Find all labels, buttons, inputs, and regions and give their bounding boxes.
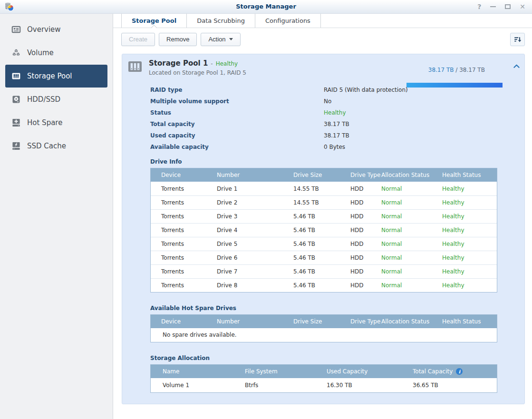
- maximize-icon[interactable]: [505, 3, 511, 10]
- table-cell: HDD: [350, 199, 381, 206]
- sidebar: Overview Volume: [0, 14, 113, 419]
- column-header: Drive Size: [293, 318, 350, 325]
- table-cell: Torrents: [151, 282, 217, 289]
- table-cell: Drive 3: [217, 213, 293, 220]
- column-header: Health Status: [442, 172, 497, 178]
- sidebar-item-hot-spare[interactable]: Hot Spare: [5, 111, 107, 134]
- detail-label: Used capacity: [150, 132, 324, 139]
- table-row: TorrentsDrive 45.46 TBHDDNormalHealthy: [151, 223, 497, 237]
- table-row: TorrentsDrive 65.46 TBHDDNormalHealthy: [151, 251, 497, 264]
- table-cell: 5.46 TB: [293, 254, 350, 261]
- sort-collapse-button[interactable]: [510, 33, 525, 46]
- action-button-label: Action: [208, 36, 225, 43]
- table-header-row: NameFile SystemUsed CapacityTotal Capaci…: [151, 365, 497, 378]
- table-row: TorrentsDrive 214.55 TBHDDNormalHealthy: [151, 195, 497, 209]
- detail-value: 0 Bytes: [324, 144, 345, 150]
- tab-configurations[interactable]: Configurations: [255, 14, 321, 28]
- table-cell: Torrents: [151, 199, 217, 206]
- info-icon[interactable]: i: [456, 368, 463, 375]
- close-icon[interactable]: ✕: [520, 3, 525, 10]
- table-header-row: DeviceNumberDrive SizeDrive TypeAllocati…: [151, 315, 497, 328]
- sidebar-item-hdd-ssd[interactable]: HDD/SSD: [5, 88, 107, 111]
- pool-status-badge: Healthy: [216, 60, 238, 67]
- pool-header: Storage Pool 1 - Healthy Located on Stor…: [122, 54, 524, 81]
- pool-location: Located on Storage Pool 1, RAID 5: [149, 69, 246, 76]
- table-cell: Volume 1: [151, 382, 245, 389]
- sidebar-item-overview[interactable]: Overview: [5, 18, 107, 41]
- detail-value: 38.17 TB: [324, 121, 349, 127]
- detail-label: Status: [150, 109, 324, 116]
- table-cell: HDD: [350, 268, 381, 275]
- table-cell: 5.46 TB: [293, 227, 350, 234]
- table-cell: Healthy: [442, 254, 497, 261]
- drive-info-section: Drive Info DeviceNumberDrive SizeDrive T…: [122, 158, 524, 292]
- tab-data-scrubbing[interactable]: Data Scrubbing: [186, 14, 255, 28]
- table-cell: Drive 5: [217, 241, 293, 247]
- table-cell: 16.30 TB: [327, 382, 413, 389]
- sidebar-item-label: Volume: [27, 49, 54, 57]
- drive-info-table: DeviceNumberDrive SizeDrive TypeAllocati…: [150, 168, 497, 292]
- table-cell: Torrents: [151, 241, 217, 247]
- table-cell: Healthy: [442, 282, 497, 289]
- sidebar-item-storage-pool[interactable]: Storage Pool: [5, 65, 107, 88]
- remove-button[interactable]: Remove: [159, 33, 197, 46]
- table-cell: Drive 2: [217, 199, 293, 206]
- action-dropdown-button[interactable]: Action: [201, 33, 240, 46]
- capacity-total: 38.17 TB: [459, 67, 485, 73]
- sidebar-item-label: Overview: [27, 25, 61, 34]
- volume-icon: [11, 48, 21, 58]
- sidebar-item-ssd-cache[interactable]: SSD Cache: [5, 135, 107, 157]
- table-cell: Btrfs: [245, 382, 327, 389]
- table-row: Volume 1Btrfs16.30 TB36.65 TB: [151, 378, 497, 392]
- table-row: TorrentsDrive 75.46 TBHDDNormalHealthy: [151, 264, 497, 278]
- titlebar: Storage Manager ? ✕: [0, 0, 532, 14]
- table-cell: Healthy: [442, 268, 497, 275]
- table-cell: Torrents: [151, 268, 217, 275]
- column-header: Health Status: [442, 318, 497, 325]
- table-cell: Drive 6: [217, 254, 293, 261]
- drive-info-title: Drive Info: [150, 158, 496, 165]
- table-cell: Normal: [381, 185, 442, 192]
- capacity-used: 38.17 TB: [428, 67, 454, 73]
- table-cell: Drive 7: [217, 268, 293, 275]
- sidebar-item-label: SSD Cache: [27, 142, 66, 150]
- pool-details: RAID typeRAID 5 (With data protection)Mu…: [122, 81, 524, 153]
- table-cell: Healthy: [442, 185, 497, 192]
- capacity-block: 38.17 TB / 38.17 TB: [406, 59, 503, 88]
- help-icon[interactable]: ?: [477, 3, 481, 10]
- table-cell: 14.55 TB: [293, 185, 350, 192]
- sidebar-item-volume[interactable]: Volume: [5, 41, 107, 64]
- sidebar-item-label: Hot Spare: [27, 118, 62, 127]
- column-header: Device: [151, 318, 217, 325]
- minimize-icon[interactable]: [490, 3, 496, 10]
- table-cell: Normal: [381, 254, 442, 261]
- table-cell: 5.46 TB: [293, 282, 350, 289]
- collapse-panel-button[interactable]: [513, 63, 520, 69]
- ssd-cache-icon: [11, 141, 21, 151]
- hot-spare-title: Available Hot Spare Drives: [150, 305, 496, 312]
- toolbar: Create Remove Action: [113, 28, 532, 50]
- hot-spare-icon: [11, 118, 21, 127]
- table-row: TorrentsDrive 35.46 TBHDDNormalHealthy: [151, 209, 497, 223]
- create-button[interactable]: Create: [121, 33, 155, 46]
- column-header: Drive Type: [350, 172, 381, 178]
- detail-row: Used capacity38.17 TB: [150, 130, 496, 141]
- detail-value: 38.17 TB: [324, 132, 349, 139]
- detail-value: Healthy: [324, 109, 346, 116]
- storage-pool-panel: Storage Pool 1 - Healthy Located on Stor…: [122, 54, 525, 404]
- detail-row: StatusHealthy: [150, 107, 496, 118]
- table-cell: Torrents: [151, 227, 217, 234]
- sidebar-item-label: HDD/SSD: [27, 95, 60, 104]
- detail-value: No: [324, 98, 331, 105]
- table-cell: Healthy: [442, 227, 497, 234]
- table-cell: Normal: [381, 282, 442, 289]
- pool-status-separator: -: [211, 60, 213, 67]
- table-cell: 36.65 TB: [413, 382, 497, 389]
- table-cell: HDD: [350, 213, 381, 220]
- hot-spare-section: Available Hot Spare Drives DeviceNumberD…: [122, 305, 524, 342]
- tab-storage-pool[interactable]: Storage Pool: [121, 14, 186, 28]
- detail-label: RAID type: [150, 87, 324, 93]
- table-cell: Torrents: [151, 254, 217, 261]
- table-cell: HDD: [350, 254, 381, 261]
- detail-row: Total capacity38.17 TB: [150, 118, 496, 130]
